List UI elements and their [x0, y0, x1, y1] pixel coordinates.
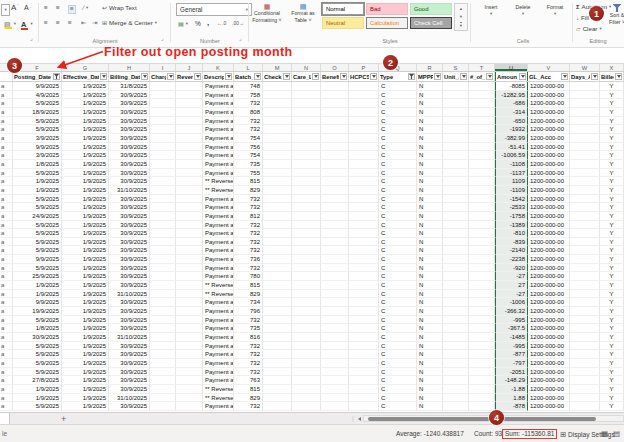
cell-style-bad[interactable]: Bad: [366, 3, 408, 15]
cell-billing-date[interactable]: 30/9/2025: [109, 368, 150, 377]
cell-revenue[interactable]: [176, 160, 203, 169]
cell-care-level[interactable]: [292, 385, 321, 394]
filter-dropdown-button[interactable]: [370, 73, 377, 80]
cell-description[interactable]: ** Reverse: [203, 177, 234, 186]
cell-num-units[interactable]: [469, 169, 495, 178]
cell-type[interactable]: C: [379, 99, 417, 108]
cell-batch[interactable]: 732: [234, 203, 263, 212]
cell-days-ar[interactable]: [570, 394, 600, 403]
cell-description[interactable]: ** Reverse: [203, 290, 234, 299]
cell-benefit[interactable]: [321, 394, 349, 403]
cell-posting-date[interactable]: 3/9/2025: [13, 151, 62, 160]
cell-billing-date[interactable]: 30/9/2025: [109, 385, 150, 394]
cell-hcpcs[interactable]: [349, 376, 379, 385]
cell-sliver[interactable]: a: [0, 160, 13, 169]
cell-days-ar[interactable]: [570, 99, 600, 108]
cell-batch[interactable]: 734: [234, 298, 263, 307]
cell-type[interactable]: C: [379, 281, 417, 290]
cell-care-level[interactable]: [292, 402, 321, 411]
cell-gl-account[interactable]: 1200-000-00: [528, 91, 570, 100]
column-letter-G[interactable]: G: [62, 64, 109, 71]
cell-num-units[interactable]: [469, 342, 495, 351]
cell-benefit[interactable]: [321, 177, 349, 186]
cell-billed[interactable]: Y: [600, 281, 624, 290]
cell-amount[interactable]: -2051: [495, 368, 528, 377]
cell-billing-date[interactable]: 30/9/2025: [109, 350, 150, 359]
cell-billing-date[interactable]: 30/9/2025: [109, 108, 150, 117]
cell-check[interactable]: [263, 143, 292, 152]
cell-check[interactable]: [263, 272, 292, 281]
cell-billing-date[interactable]: 30/9/2025: [109, 169, 150, 178]
cell-sliver[interactable]: a: [0, 350, 13, 359]
cell-revenue[interactable]: [176, 376, 203, 385]
cell-type[interactable]: C: [379, 368, 417, 377]
cell-check[interactable]: [263, 264, 292, 273]
cell-unit-amount[interactable]: [443, 238, 469, 247]
cell-billing-date[interactable]: 30/9/2025: [109, 117, 150, 126]
cell-hcpcs[interactable]: [349, 238, 379, 247]
cell-check[interactable]: [263, 108, 292, 117]
cell-check[interactable]: [263, 160, 292, 169]
cell-check[interactable]: [263, 359, 292, 368]
cell-posting-date[interactable]: 1/9/2025: [13, 177, 62, 186]
cell-unit-amount[interactable]: [443, 221, 469, 230]
cell-sliver[interactable]: a: [0, 394, 13, 403]
cell-type[interactable]: C: [379, 350, 417, 359]
cell-mppr[interactable]: N: [417, 316, 443, 325]
cell-care-level[interactable]: [292, 151, 321, 160]
cell-billed[interactable]: Y: [600, 125, 624, 134]
cell-style-normal[interactable]: Normal: [322, 3, 364, 15]
cell-sliver[interactable]: a: [0, 169, 13, 178]
cell-description[interactable]: Payment a: [203, 108, 234, 117]
cell-billed[interactable]: Y: [600, 307, 624, 316]
cell-num-units[interactable]: [469, 264, 495, 273]
cell-hcpcs[interactable]: [349, 134, 379, 143]
cell-posting-date[interactable]: 19/9/2025: [13, 307, 62, 316]
cell-posting-date[interactable]: 30/9/2025: [13, 333, 62, 342]
cell-revenue[interactable]: [176, 229, 203, 238]
cell-benefit[interactable]: [321, 402, 349, 411]
cell-charge[interactable]: [150, 203, 176, 212]
column-letter-L[interactable]: L: [234, 64, 263, 71]
cell-billing-date[interactable]: 31/8/2025: [109, 82, 150, 91]
cell-billing-date[interactable]: 31/10/2025: [109, 290, 150, 299]
align-right-button[interactable]: ≡: [68, 20, 72, 27]
cell-description[interactable]: Payment a: [203, 169, 234, 178]
cell-style-neutral[interactable]: Neutral: [322, 17, 364, 29]
cell-charge[interactable]: [150, 186, 176, 195]
cell-posting-date[interactable]: 4/9/2025: [13, 91, 62, 100]
number-format-dropdown[interactable]: General▾: [176, 3, 252, 16]
cell-gl-account[interactable]: 1200-000-00: [528, 125, 570, 134]
cell-batch[interactable]: 815: [234, 177, 263, 186]
cell-num-units[interactable]: [469, 307, 495, 316]
cell-num-units[interactable]: [469, 281, 495, 290]
cell-amount[interactable]: -878: [495, 402, 528, 411]
column-letter-O[interactable]: O: [321, 64, 349, 71]
align-left-button[interactable]: ≡: [44, 20, 48, 27]
cell-billed[interactable]: Y: [600, 368, 624, 377]
cell-care-level[interactable]: [292, 281, 321, 290]
cell-sliver[interactable]: a: [0, 255, 13, 264]
cell-check[interactable]: [263, 177, 292, 186]
cell-revenue[interactable]: [176, 402, 203, 411]
cell-batch[interactable]: 816: [234, 333, 263, 342]
cell-billed[interactable]: Y: [600, 255, 624, 264]
cell-gl-account[interactable]: 1200-000-00: [528, 108, 570, 117]
cell-type[interactable]: C: [379, 82, 417, 91]
cell-unit-amount[interactable]: [443, 368, 469, 377]
cell-revenue[interactable]: [176, 169, 203, 178]
cell-amount[interactable]: -797: [495, 359, 528, 368]
cell-description[interactable]: Payment a: [203, 151, 234, 160]
cell-amount[interactable]: -8085: [495, 82, 528, 91]
cell-num-units[interactable]: [469, 82, 495, 91]
cell-description[interactable]: ** Reverse: [203, 394, 234, 403]
cell-description[interactable]: ** Reverse: [203, 186, 234, 195]
column-letter-I[interactable]: I: [150, 64, 176, 71]
cell-check[interactable]: [263, 82, 292, 91]
cell-effective-date[interactable]: 1/9/2025: [62, 298, 109, 307]
cell-type[interactable]: C: [379, 151, 417, 160]
cell-sliver[interactable]: a: [0, 108, 13, 117]
cell-description[interactable]: Payment a: [203, 307, 234, 316]
cell-hcpcs[interactable]: [349, 316, 379, 325]
cell-type[interactable]: C: [379, 195, 417, 204]
